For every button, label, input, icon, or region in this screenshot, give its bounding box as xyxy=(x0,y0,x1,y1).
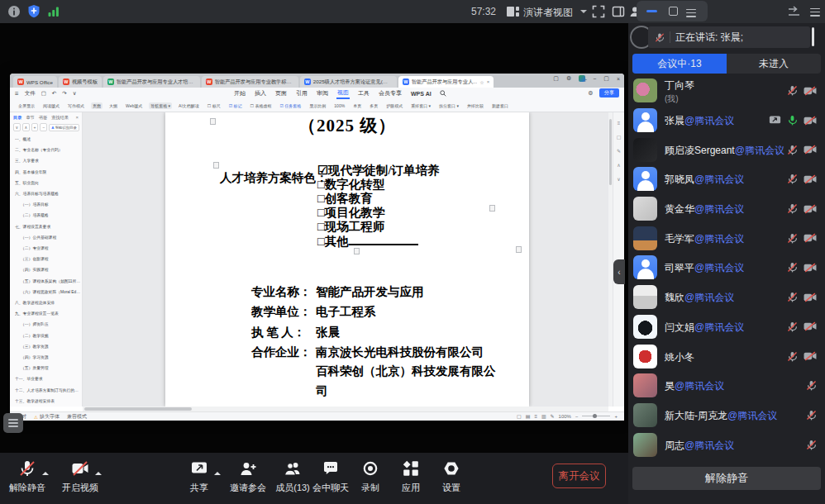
outline-item[interactable]: （一）师资队伍 xyxy=(15,319,81,330)
outline-item[interactable]: （五）课程体系架构（如图11所示） xyxy=(15,276,81,287)
participant-row[interactable]: 周志@腾讯会议 xyxy=(628,430,825,459)
page-view-icon[interactable]: ▤ xyxy=(526,413,531,419)
wps-document-tab[interactable]: W 2025级人才培养方案论证意见(修改稿)... ☆ × xyxy=(300,76,397,88)
camera-status-icon[interactable] xyxy=(804,86,817,96)
mic-status-icon[interactable] xyxy=(806,380,817,391)
mic-status-icon[interactable] xyxy=(787,85,798,96)
edit-tool-icon[interactable]: ✎ xyxy=(613,148,624,154)
ribbon-tab[interactable]: 页面 xyxy=(274,88,288,98)
mic-status-icon[interactable] xyxy=(787,233,798,244)
mic-status-icon[interactable] xyxy=(787,145,798,155)
ribbon-command[interactable]: 并排比较 xyxy=(465,102,485,109)
collapse-icon[interactable]: ∧ xyxy=(22,123,30,131)
outline-item[interactable]: （二）培养规格 xyxy=(15,210,81,221)
outline-item[interactable]: （三）创新课程 xyxy=(15,254,81,264)
side-panel-icon[interactable] xyxy=(612,5,625,18)
share-document-button[interactable]: 分享 xyxy=(599,88,619,97)
close-pane-icon[interactable]: × xyxy=(75,115,79,120)
participant-row[interactable]: 毛学军@腾讯会议 xyxy=(628,223,825,253)
next-page-icon[interactable]: ∨ xyxy=(613,176,624,182)
mic-status-icon[interactable] xyxy=(787,262,798,273)
restore-window-icon[interactable]: ▢ xyxy=(603,75,609,82)
ribbon-command[interactable]: Web版式 xyxy=(124,102,144,109)
navigation-tab[interactable]: 目录 xyxy=(13,115,21,121)
save-icon[interactable]: ▢ xyxy=(41,90,46,97)
share-options-caret[interactable] xyxy=(214,468,221,475)
outline-item[interactable]: （一）公共基础课程 xyxy=(15,232,81,243)
redo-icon[interactable]: ↷ xyxy=(62,90,66,97)
ribbon-command[interactable]: 多页 xyxy=(368,102,379,109)
outline-item[interactable]: 四、基本修业年限 xyxy=(15,167,81,178)
settings-gear-icon[interactable]: ⚙ xyxy=(566,75,571,82)
mic-options-caret[interactable] xyxy=(42,468,49,475)
invite-button[interactable]: 邀请参会 xyxy=(225,459,271,498)
outline-item[interactable]: 一、概述 xyxy=(15,134,81,145)
outline-item[interactable]: （四）实践课程 xyxy=(15,264,81,275)
participant-row[interactable]: 张晨@腾讯会议 xyxy=(628,106,825,136)
horizontal-scroll-thumb[interactable] xyxy=(84,407,192,411)
ribbon-tab[interactable]: 视图 xyxy=(336,88,350,99)
leave-meeting-button[interactable]: 离开会议 xyxy=(552,464,606,488)
zoom-out-icon[interactable]: − xyxy=(575,414,579,419)
floating-sidebar-button[interactable] xyxy=(3,413,23,433)
file-menu[interactable]: 文件 xyxy=(25,90,36,97)
outline-item[interactable]: （六）课程思政矩阵（Moral Education Matr... xyxy=(15,287,81,297)
wps-document-tab[interactable]: W 智能产品开发与应用专业人... ☆ × xyxy=(398,76,494,88)
zoom-in-icon[interactable]: + xyxy=(614,414,618,419)
ribbon-command[interactable]: 100% xyxy=(332,102,346,109)
camera-status-icon[interactable] xyxy=(804,292,817,302)
video-options-caret[interactable] xyxy=(95,468,102,475)
participant-row[interactable]: 新大陆-周克龙@腾讯会议 xyxy=(628,401,825,430)
ribbon-command[interactable]: 显示比例 xyxy=(308,102,327,109)
ribbon-command[interactable]: 新建窗口 xyxy=(490,102,510,109)
ribbon-command[interactable]: 重排窗口 ▾ xyxy=(409,102,432,109)
ribbon-command[interactable]: ☐ 标尺 xyxy=(206,102,222,109)
share-screen-button[interactable]: 共享 xyxy=(176,459,222,498)
ribbon-command[interactable]: 页面 xyxy=(91,102,103,109)
panel-tab[interactable]: 会议中·13 xyxy=(632,54,727,74)
camera-status-icon[interactable] xyxy=(804,204,817,214)
participant-row[interactable]: 魏欣@腾讯会议 xyxy=(628,283,825,312)
wps-document-tab[interactable]: W 智能产品开发与应用专业教学标准... ☆ × xyxy=(202,76,298,88)
navigation-tab[interactable]: 查找结果 xyxy=(51,115,69,121)
outline-item[interactable]: 二、专业名称（专业代码） xyxy=(15,145,81,155)
outline-item[interactable]: 十二、人才培养方案制订与执行的说明 xyxy=(15,385,81,396)
camera-status-icon[interactable] xyxy=(804,263,817,273)
view-mode-label[interactable]: 演讲者视图 xyxy=(523,6,573,20)
workspace-icon[interactable]: ▢ xyxy=(553,75,559,82)
apps-button[interactable]: 应用 xyxy=(388,459,434,498)
ribbon-tab[interactable]: 会员专享 xyxy=(378,88,403,98)
close-window-icon[interactable]: × xyxy=(617,76,620,82)
speaker-view-icon[interactable] xyxy=(506,5,520,18)
camera-status-icon[interactable] xyxy=(804,351,817,361)
participant-row[interactable]: 黄金华@腾讯会议 xyxy=(628,194,825,224)
mic-status-icon[interactable] xyxy=(787,351,798,362)
navigation-tab[interactable]: 章节 xyxy=(26,115,34,121)
status-chip[interactable]: 缺失字体 xyxy=(34,413,60,421)
outline-item[interactable]: （一）培养目标 xyxy=(15,199,81,210)
panel-tab[interactable]: 未进入 xyxy=(727,54,821,74)
outline-item[interactable]: （二）专业课程 xyxy=(15,243,81,254)
ribbon-command[interactable]: 单页 xyxy=(351,102,363,109)
participant-row[interactable]: 丁向琴 (我) xyxy=(628,76,825,106)
fullscreen-icon[interactable] xyxy=(592,5,605,18)
ribbon-command[interactable]: 大纲 xyxy=(107,102,119,109)
maximize-icon[interactable] xyxy=(669,7,678,16)
eye-protect-icon[interactable]: ▢ xyxy=(517,413,522,419)
zoom-slider-handle[interactable] xyxy=(593,414,597,418)
mic-status-icon[interactable] xyxy=(806,440,817,450)
ribbon-tab[interactable]: 引用 xyxy=(295,88,308,98)
ribbon-tab[interactable]: 开始 xyxy=(233,88,246,98)
participant-row[interactable]: 姚小冬 xyxy=(628,341,825,371)
mic-status-icon[interactable] xyxy=(787,174,798,184)
outline-item[interactable]: 七、课程设置及要求 xyxy=(15,221,81,232)
status-chip[interactable]: 兼容模式 xyxy=(67,413,87,421)
ribbon-tab[interactable]: 插入 xyxy=(254,88,267,98)
participant-row[interactable]: 顾启凌Sergeant@腾讯会议 xyxy=(628,135,825,164)
ribbon-command[interactable]: 全屏显示 xyxy=(17,102,36,109)
wps-document-tab[interactable]: W WPS Office ☆ × xyxy=(13,76,57,88)
undo-icon[interactable]: ↶ xyxy=(52,90,56,97)
mic-status-icon[interactable] xyxy=(806,410,817,421)
account-avatar[interactable] xyxy=(579,75,585,82)
zoom-slider[interactable] xyxy=(582,416,610,416)
